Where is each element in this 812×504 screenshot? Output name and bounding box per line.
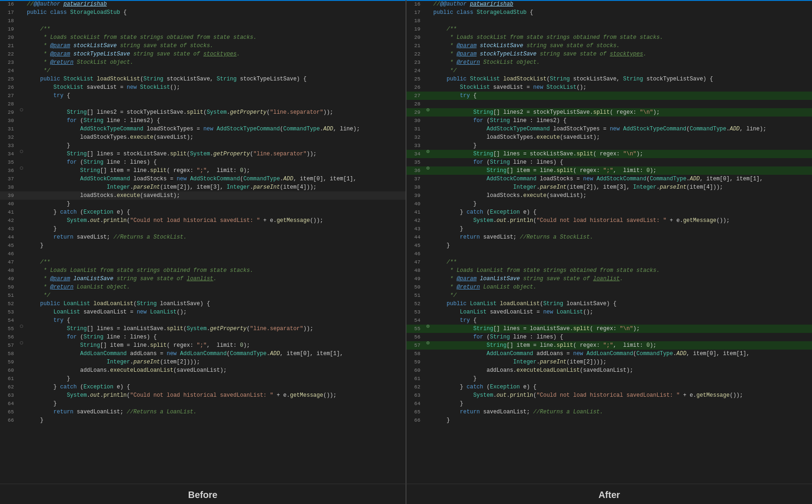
code-line: 38 Integer.parseInt(item[2]), item[3], I… [0,183,406,191]
code-line: 56 for (String line : lines) { [0,333,406,341]
code-line: 66 } [406,416,812,424]
before-label: Before [0,484,406,504]
code-line: 63 System.out.println("Could not load hi… [0,391,406,400]
code-line: 44 return savedList; //Returns a StockLi… [406,233,812,241]
code-line: 17 public class StorageLoadStub { [0,8,406,17]
code-line: 29 String[] lines2 = stockTypeListSave.s… [406,108,812,117]
code-line: 48 * Loads LoanList from state strings o… [0,266,406,275]
code-line: 53 LoanList savedLoanList = new LoanList… [0,308,406,316]
code-line: 42 System.out.println("Could not load hi… [0,216,406,225]
code-line: 36 String[] item = line.split( regex: ";… [406,166,812,175]
code-line: 37 AddStockCommand loadStocks = new AddS… [0,175,406,183]
code-line: 50 * @return LoanList object. [406,283,812,291]
after-code: 16 //@@author patwaririshab 17 public cl… [406,0,812,424]
code-line: 29 String[] lines2 = stockTypeListSave.s… [0,108,406,117]
code-line: 25 public StockList loadStockList(String… [0,75,406,83]
main-panels: 16 //@@author patwaririshab 17 public cl… [0,0,812,484]
code-line: 17 public class StorageLoadStub { [406,8,812,17]
code-line: 51 */ [406,291,812,300]
code-line: 42 System.out.println("Could not load hi… [406,216,812,225]
code-line: 45 } [0,241,406,250]
code-line: 65 return savedLoanList; //Returns a Loa… [406,408,812,416]
code-line: 66 } [0,416,406,424]
code-line: 41 } catch (Exception e) { [0,208,406,216]
code-line: 47 /** [406,258,812,266]
code-line: 60 addLoans.executeLoadLoanList(savedLoa… [0,366,406,375]
code-line: 32 loadStockTypes.execute(savedList); [0,133,406,141]
code-line: 53 LoanList savedLoanList = new LoanList… [406,308,812,316]
code-line: 33 } [0,141,406,150]
before-code: 16 //@@author patwaririshab 17 public cl… [0,0,406,424]
code-line: 32 loadStockTypes.execute(savedList); [406,133,812,141]
code-line: 37 AddStockCommand loadStocks = new AddS… [406,175,812,183]
code-line: 23 * @return StockList object. [0,58,406,67]
code-line: 30 for (String line : lines2) { [406,117,812,125]
code-line: 49 * @param loanListSave string save sta… [0,275,406,283]
code-line: 50 * @return LoanList object. [0,283,406,291]
code-line: 16 //@@author patwaririshab [0,0,406,8]
code-line: 44 return savedList; //Returns a StockLi… [0,233,406,241]
code-line: 59 Integer.parseInt(item[2]))); [0,358,406,366]
code-line: 63 System.out.println("Could not load hi… [406,391,812,400]
code-line: 24 */ [406,67,812,75]
code-line: 35 for (String line : lines) { [406,158,812,166]
code-line: 16 //@@author patwaririshab [406,0,812,8]
code-line: 58 AddLoanCommand addLoans = new AddLoan… [0,350,406,358]
code-line: 26 StockList savedList = new StockList()… [0,83,406,92]
after-panel: 16 //@@author patwaririshab 17 public cl… [406,0,812,484]
code-line: 21 * @param stockListSave string save st… [406,42,812,50]
code-line: 40 } [406,200,812,208]
code-line: 43 } [406,225,812,233]
code-line: 28 [0,100,406,108]
code-line: 23 * @return StockList object. [406,58,812,67]
code-line: 62 } catch (Exception e) { [0,383,406,391]
code-line: 22 * @param stockTypeListSave string sav… [0,50,406,58]
code-line: 62 } catch (Exception e) { [406,383,812,391]
code-line: 40 } [0,200,406,208]
code-line: 43 } [0,225,406,233]
code-line: 45 } [406,241,812,250]
code-line: 24 */ [0,67,406,75]
code-line: 39 loadStocks.execute(savedList); [406,191,812,200]
code-line: 35 for (String line : lines) { [0,158,406,166]
labels-row: Before After [0,484,812,504]
code-line: 52 public LoanList loadLoanList(String l… [0,300,406,308]
code-line: 58 AddLoanCommand addLoans = new AddLoan… [406,350,812,358]
code-line: 38 Integer.parseInt(item[2]), item[3], I… [406,183,812,191]
code-line: 54 try { [0,316,406,325]
code-line: 26 StockList savedList = new StockList()… [406,83,812,92]
code-line: 57 String[] item = line.split( regex: ";… [0,341,406,350]
code-line: 51 */ [0,291,406,300]
code-line: 46 [406,250,812,258]
code-line: 47 /** [0,258,406,266]
code-line: 64 } [406,400,812,408]
code-line: 22 * @param stockTypeListSave string sav… [406,50,812,58]
code-line: 60 addLoans.executeLoadLoanList(savedLoa… [406,366,812,375]
code-line: 34 String[] lines = stockListSave.split(… [406,150,812,158]
code-line: 18 [406,17,812,25]
code-line: 61 } [406,375,812,383]
code-line: 21 * @param stockListSave string save st… [0,42,406,50]
code-line: 27 try { [0,92,406,100]
code-line: 20 * Loads stockList from state strings … [0,33,406,42]
code-line: 31 AddStockTypeCommand loadStockTypes = … [406,125,812,133]
after-label: After [406,484,812,504]
code-line: 19 /** [0,25,406,33]
code-line: 55 String[] lines = loanListSave.split(S… [0,325,406,333]
code-line: 48 * Loads LoanList from state strings o… [406,266,812,275]
code-line: 55 String[] lines = loanListSave.split( … [406,325,812,333]
code-line: 28 [406,100,812,108]
code-line: 27 try { [406,92,812,100]
code-line: 25 public StockList loadStockList(String… [406,75,812,83]
code-line: 46 [0,250,406,258]
code-line: 64 } [0,400,406,408]
code-line: 57 String[] item = line.split( regex: ";… [406,341,812,350]
code-line: 39 loadStocks.execute(savedList); [0,191,406,200]
code-line: 52 public LoanList loadLoanList(String l… [406,300,812,308]
code-line: 33 } [406,141,812,150]
code-line: 20 * Loads stockList from state strings … [406,33,812,42]
code-line: 34 String[] lines = stockListSave.split(… [0,150,406,158]
code-line: 59 Integer.parseInt(item[2]))); [406,358,812,366]
code-line: 61 } [0,375,406,383]
code-line: 56 for (String line : lines) { [406,333,812,341]
